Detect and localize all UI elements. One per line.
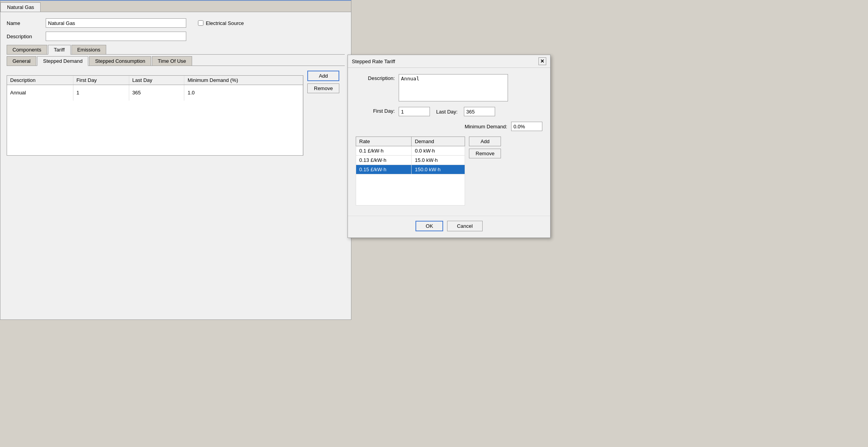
sub-tabs: General Stepped Demand Stepped Consumpti… — [7, 55, 345, 66]
description-label: Description — [7, 34, 46, 39]
row-description: Annual — [7, 85, 73, 101]
dialog-days-row: First Day: Last Day: — [356, 107, 542, 116]
tab-emissions[interactable]: Emissions — [71, 45, 106, 54]
rate-section-row: Rate Demand 0.1 £/kW·h 0.0 kW·h 0.13 £/k… — [356, 137, 542, 206]
dialog-titlebar: Stepped Rate Tariff × — [348, 55, 550, 68]
rate-row-2[interactable]: 0.13 £/kW·h 15.0 kW·h — [356, 156, 465, 165]
rate-value-3: 0.15 £/kW·h — [356, 165, 412, 174]
name-input[interactable] — [46, 18, 186, 28]
dialog-description-textarea[interactable]: Annual — [399, 74, 508, 101]
table-buttons: Add Remove — [307, 71, 339, 93]
rate-col-demand: Demand — [412, 137, 465, 146]
electrical-source-checkbox[interactable] — [198, 20, 203, 26]
electrical-source-label: Electrical Source — [198, 20, 244, 26]
main-window: Natural Gas Name Electrical Source Descr… — [0, 0, 351, 320]
dialog-first-day-input[interactable] — [399, 107, 430, 116]
dialog-description-label: Description: — [356, 74, 399, 81]
row-first-day: 1 — [73, 85, 129, 101]
demand-value-1: 0.0 kW·h — [412, 146, 465, 156]
rate-row-3[interactable]: 0.15 £/kW·h 150.0 kW·h — [356, 165, 465, 174]
rate-value-1: 0.1 £/kW·h — [356, 146, 412, 156]
min-demand-fields: Minimum Demand: — [465, 122, 542, 131]
col-last-day: Last Day — [129, 76, 184, 85]
dialog-title: Stepped Rate Tariff — [352, 59, 395, 64]
remove-button[interactable]: Remove — [307, 83, 339, 93]
dialog-last-day-input[interactable] — [464, 107, 495, 116]
rate-col-rate: Rate — [356, 137, 412, 146]
cancel-button[interactable]: Cancel — [447, 221, 482, 231]
rate-value-2: 0.13 £/kW·h — [356, 156, 412, 165]
rate-table-section: Rate Demand 0.1 £/kW·h 0.0 kW·h 0.13 £/k… — [356, 137, 542, 206]
demand-table-body: Annual 1 365 1.0 — [7, 85, 303, 155]
dialog-body: Description: Annual First Day: Last Day:… — [348, 68, 550, 212]
dialog-description-row: Description: Annual — [356, 74, 542, 101]
days-fields: Last Day: — [399, 107, 495, 116]
subtab-stepped-consumption[interactable]: Stepped Consumption — [89, 56, 151, 66]
natural-gas-tab[interactable]: Natural Gas — [0, 2, 41, 12]
tab-components[interactable]: Components — [7, 45, 47, 54]
demand-table-section: Description First Day Last Day Minimum D… — [7, 71, 345, 156]
tab-tariff[interactable]: Tariff — [48, 45, 71, 55]
col-min-demand: Minimum Demand (%) — [184, 76, 303, 85]
name-label: Name — [7, 20, 46, 26]
main-tabs: Components Tariff Emissions — [7, 45, 345, 55]
dialog-footer: OK Cancel — [348, 216, 550, 238]
description-input[interactable] — [46, 32, 186, 41]
add-button[interactable]: Add — [307, 71, 339, 81]
name-row: Name Electrical Source — [7, 18, 345, 28]
dialog-min-demand-label: Minimum Demand: — [465, 124, 507, 129]
ok-button[interactable]: OK — [415, 221, 443, 231]
rate-row-1[interactable]: 0.1 £/kW·h 0.0 kW·h — [356, 146, 465, 156]
description-row: Description — [7, 32, 345, 41]
subtab-time-of-use[interactable]: Time Of Use — [152, 56, 192, 66]
rate-add-button[interactable]: Add — [469, 137, 501, 146]
dialog-last-day-label: Last Day: — [436, 109, 458, 115]
demand-table: Description First Day Last Day Minimum D… — [7, 76, 303, 155]
dialog-close-button[interactable]: × — [538, 57, 546, 65]
subtab-stepped-demand[interactable]: Stepped Demand — [37, 56, 88, 66]
rate-remove-button[interactable]: Remove — [469, 149, 501, 158]
rate-buttons: Add Remove — [469, 137, 501, 158]
demand-value-2: 15.0 kW·h — [412, 156, 465, 165]
col-description: Description — [7, 76, 73, 85]
dialog-first-day-label: First Day: — [356, 107, 399, 114]
rate-table-body: 0.1 £/kW·h 0.0 kW·h 0.13 £/kW·h 15.0 kW·… — [356, 146, 465, 206]
table-row[interactable]: Annual 1 365 1.0 — [7, 85, 303, 101]
top-tab-bar: Natural Gas — [0, 1, 351, 12]
stepped-rate-dialog: Stepped Rate Tariff × Description: Annua… — [348, 55, 551, 238]
dialog-min-demand-row: Minimum Demand: — [356, 122, 542, 131]
row-last-day: 365 — [129, 85, 184, 101]
dialog-min-demand-input[interactable] — [511, 122, 542, 131]
main-content: Name Electrical Source Description Compo… — [0, 12, 351, 162]
row-min-demand: 1.0 — [184, 85, 303, 101]
subtab-general[interactable]: General — [7, 56, 36, 66]
demand-value-3: 150.0 kW·h — [412, 165, 465, 174]
demand-table-container: Description First Day Last Day Minimum D… — [7, 75, 303, 156]
rate-table: Rate Demand 0.1 £/kW·h 0.0 kW·h 0.13 £/k… — [356, 137, 465, 206]
col-first-day: First Day — [73, 76, 129, 85]
